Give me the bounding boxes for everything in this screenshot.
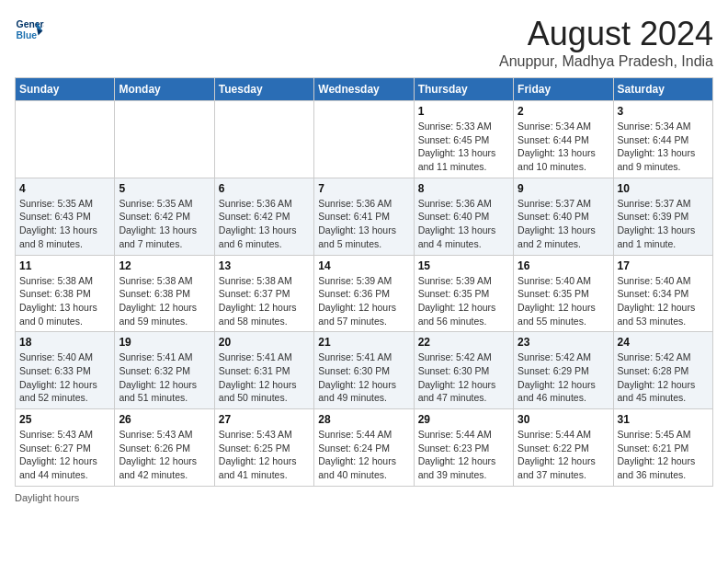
calendar-cell: 25Sunrise: 5:43 AMSunset: 6:27 PMDayligh… (16, 409, 115, 487)
calendar-body: 1Sunrise: 5:33 AMSunset: 6:45 PMDaylight… (16, 101, 713, 487)
logo-icon: General Blue (15, 15, 44, 44)
calendar-cell: 16Sunrise: 5:40 AMSunset: 6:35 PMDayligh… (514, 255, 613, 332)
day-number: 18 (19, 336, 110, 349)
day-info: Sunrise: 5:38 AMSunset: 6:38 PMDaylight:… (119, 274, 210, 328)
calendar-cell: 9Sunrise: 5:37 AMSunset: 6:40 PMDaylight… (514, 178, 613, 255)
day-number: 30 (518, 413, 609, 426)
day-info: Sunrise: 5:35 AMSunset: 6:43 PMDaylight:… (19, 197, 110, 251)
day-header-monday: Monday (115, 78, 214, 101)
svg-text:Blue: Blue (17, 30, 38, 40)
calendar-cell: 13Sunrise: 5:38 AMSunset: 6:37 PMDayligh… (214, 255, 313, 332)
day-number: 17 (618, 259, 709, 272)
calendar-cell: 19Sunrise: 5:41 AMSunset: 6:32 PMDayligh… (115, 332, 214, 409)
day-info: Sunrise: 5:37 AMSunset: 6:40 PMDaylight:… (518, 197, 609, 251)
day-info: Sunrise: 5:44 AMSunset: 6:23 PMDaylight:… (418, 428, 509, 482)
calendar-cell (314, 101, 414, 178)
day-number: 6 (219, 182, 310, 195)
week-row-1: 1Sunrise: 5:33 AMSunset: 6:45 PMDaylight… (16, 101, 713, 178)
day-number: 12 (119, 259, 210, 272)
day-number: 9 (518, 182, 609, 195)
day-info: Sunrise: 5:42 AMSunset: 6:28 PMDaylight:… (618, 350, 709, 405)
day-info: Sunrise: 5:35 AMSunset: 6:42 PMDaylight:… (119, 197, 210, 251)
day-info: Sunrise: 5:40 AMSunset: 6:35 PMDaylight:… (518, 274, 609, 328)
calendar-cell (16, 101, 115, 178)
calendar-cell: 23Sunrise: 5:42 AMSunset: 6:29 PMDayligh… (514, 332, 613, 409)
calendar-cell: 1Sunrise: 5:33 AMSunset: 6:45 PMDaylight… (414, 101, 513, 178)
day-info: Sunrise: 5:41 AMSunset: 6:31 PMDaylight:… (219, 350, 310, 405)
header: General Blue August 2024 Anuppur, Madhya… (15, 15, 713, 70)
day-number: 21 (318, 336, 409, 349)
day-info: Sunrise: 5:36 AMSunset: 6:42 PMDaylight:… (219, 197, 310, 251)
day-info: Sunrise: 5:44 AMSunset: 6:22 PMDaylight:… (518, 428, 609, 482)
calendar-cell: 14Sunrise: 5:39 AMSunset: 6:36 PMDayligh… (314, 255, 414, 332)
calendar-cell: 18Sunrise: 5:40 AMSunset: 6:33 PMDayligh… (16, 332, 115, 409)
day-number: 10 (618, 182, 709, 195)
day-info: Sunrise: 5:38 AMSunset: 6:37 PMDaylight:… (219, 274, 310, 328)
day-info: Sunrise: 5:42 AMSunset: 6:30 PMDaylight:… (418, 350, 509, 405)
day-number: 5 (119, 182, 210, 195)
day-info: Sunrise: 5:41 AMSunset: 6:30 PMDaylight:… (318, 350, 409, 405)
day-number: 27 (219, 413, 310, 426)
calendar-cell: 6Sunrise: 5:36 AMSunset: 6:42 PMDaylight… (214, 178, 313, 255)
calendar-cell: 26Sunrise: 5:43 AMSunset: 6:26 PMDayligh… (115, 409, 214, 487)
day-number: 15 (418, 259, 509, 272)
day-info: Sunrise: 5:37 AMSunset: 6:39 PMDaylight:… (618, 197, 709, 251)
day-number: 1 (418, 105, 509, 118)
day-info: Sunrise: 5:36 AMSunset: 6:41 PMDaylight:… (318, 197, 409, 251)
day-number: 23 (518, 336, 609, 349)
day-info: Sunrise: 5:45 AMSunset: 6:21 PMDaylight:… (618, 428, 709, 482)
day-header-sunday: Sunday (16, 78, 115, 101)
calendar-cell: 17Sunrise: 5:40 AMSunset: 6:34 PMDayligh… (613, 255, 712, 332)
calendar-cell: 8Sunrise: 5:36 AMSunset: 6:40 PMDaylight… (414, 178, 513, 255)
calendar-cell: 21Sunrise: 5:41 AMSunset: 6:30 PMDayligh… (314, 332, 414, 409)
calendar-cell: 5Sunrise: 5:35 AMSunset: 6:42 PMDaylight… (115, 178, 214, 255)
day-info: Sunrise: 5:34 AMSunset: 6:44 PMDaylight:… (618, 120, 709, 174)
day-number: 22 (418, 336, 509, 349)
day-number: 26 (119, 413, 210, 426)
main-title: August 2024 (499, 15, 713, 53)
calendar-table: SundayMondayTuesdayWednesdayThursdayFrid… (15, 77, 713, 487)
calendar-cell: 11Sunrise: 5:38 AMSunset: 6:38 PMDayligh… (16, 255, 115, 332)
day-info: Sunrise: 5:43 AMSunset: 6:26 PMDaylight:… (119, 428, 210, 482)
day-info: Sunrise: 5:42 AMSunset: 6:29 PMDaylight:… (518, 350, 609, 405)
subtitle: Anuppur, Madhya Pradesh, India (499, 53, 713, 70)
calendar-cell: 7Sunrise: 5:36 AMSunset: 6:41 PMDaylight… (314, 178, 414, 255)
day-number: 16 (518, 259, 609, 272)
day-number: 3 (618, 105, 709, 118)
calendar-cell: 12Sunrise: 5:38 AMSunset: 6:38 PMDayligh… (115, 255, 214, 332)
day-info: Sunrise: 5:33 AMSunset: 6:45 PMDaylight:… (418, 120, 509, 174)
day-number: 8 (418, 182, 509, 195)
day-info: Sunrise: 5:39 AMSunset: 6:36 PMDaylight:… (318, 274, 409, 328)
week-row-3: 11Sunrise: 5:38 AMSunset: 6:38 PMDayligh… (16, 255, 713, 332)
day-number: 11 (19, 259, 110, 272)
calendar-cell: 30Sunrise: 5:44 AMSunset: 6:22 PMDayligh… (514, 409, 613, 487)
day-number: 13 (219, 259, 310, 272)
day-number: 7 (318, 182, 409, 195)
day-number: 19 (119, 336, 210, 349)
day-info: Sunrise: 5:43 AMSunset: 6:25 PMDaylight:… (219, 428, 310, 482)
day-number: 28 (318, 413, 409, 426)
day-number: 20 (219, 336, 310, 349)
title-area: August 2024 Anuppur, Madhya Pradesh, Ind… (499, 15, 713, 70)
calendar-cell: 22Sunrise: 5:42 AMSunset: 6:30 PMDayligh… (414, 332, 513, 409)
calendar-cell: 10Sunrise: 5:37 AMSunset: 6:39 PMDayligh… (613, 178, 712, 255)
calendar-cell (115, 101, 214, 178)
calendar-cell: 24Sunrise: 5:42 AMSunset: 6:28 PMDayligh… (613, 332, 712, 409)
calendar-cell: 4Sunrise: 5:35 AMSunset: 6:43 PMDaylight… (16, 178, 115, 255)
calendar-cell: 27Sunrise: 5:43 AMSunset: 6:25 PMDayligh… (214, 409, 313, 487)
calendar-cell: 2Sunrise: 5:34 AMSunset: 6:44 PMDaylight… (514, 101, 613, 178)
day-number: 2 (518, 105, 609, 118)
day-info: Sunrise: 5:41 AMSunset: 6:32 PMDaylight:… (119, 350, 210, 405)
week-row-4: 18Sunrise: 5:40 AMSunset: 6:33 PMDayligh… (16, 332, 713, 409)
footer-note: Daylight hours (15, 492, 713, 503)
calendar-cell: 31Sunrise: 5:45 AMSunset: 6:21 PMDayligh… (613, 409, 712, 487)
day-info: Sunrise: 5:43 AMSunset: 6:27 PMDaylight:… (19, 428, 110, 482)
day-header-tuesday: Tuesday (214, 78, 313, 101)
day-number: 29 (418, 413, 509, 426)
day-number: 4 (19, 182, 110, 195)
day-number: 31 (618, 413, 709, 426)
logo: General Blue (15, 15, 44, 44)
day-number: 14 (318, 259, 409, 272)
day-header-wednesday: Wednesday (314, 78, 414, 101)
day-info: Sunrise: 5:44 AMSunset: 6:24 PMDaylight:… (318, 428, 409, 482)
